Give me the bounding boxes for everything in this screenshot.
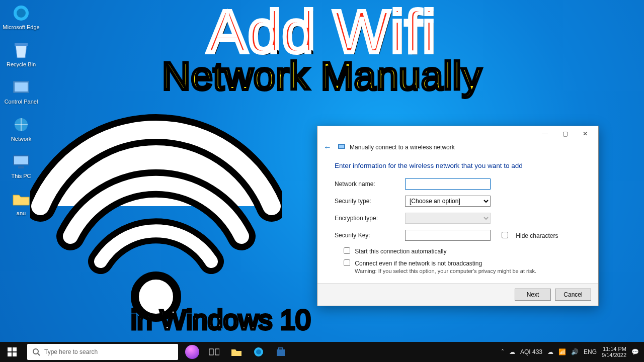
next-button[interactable]: Next <box>515 289 551 301</box>
network-name-input[interactable] <box>405 178 491 190</box>
taskbar: Type here to search ˄ ☁ AQI 433 ☁ 📶 🔊 EN… <box>0 342 644 362</box>
this-pc-icon <box>11 152 31 172</box>
onedrive-icon[interactable]: ☁ <box>547 348 553 355</box>
svg-rect-7 <box>14 156 28 164</box>
network-tray-icon[interactable]: 📶 <box>558 348 566 355</box>
clock-time: 11:14 PM <box>602 346 626 352</box>
tray-chevron-up-icon[interactable]: ˄ <box>501 348 504 355</box>
connect-not-broadcasting-label: Connect even if the network is not broad… <box>355 260 482 267</box>
cortana-icon <box>185 345 199 359</box>
svg-rect-13 <box>13 347 17 351</box>
network-name-label: Network name: <box>335 180 405 188</box>
start-automatically-checkbox[interactable] <box>344 247 350 254</box>
store-icon <box>276 347 286 357</box>
svg-rect-18 <box>209 349 213 355</box>
wireless-connect-dialog: — ▢ ✕ ← Manually connect to a wireless n… <box>317 126 599 306</box>
volume-tray-icon[interactable]: 🔊 <box>571 348 579 355</box>
clock[interactable]: 11:14 PM 9/14/2022 <box>602 346 626 358</box>
start-button[interactable] <box>0 342 24 362</box>
task-view-icon <box>209 348 219 356</box>
security-type-label: Security type: <box>335 198 405 205</box>
security-key-label: Security Key: <box>335 232 405 239</box>
weather-icon[interactable]: ☁ <box>509 348 515 355</box>
language-indicator[interactable]: ENG <box>584 348 597 355</box>
security-key-input[interactable] <box>405 230 491 241</box>
svg-rect-11 <box>339 145 344 148</box>
svg-rect-19 <box>215 349 219 355</box>
minimize-button[interactable]: — <box>535 128 555 140</box>
cortana-orb[interactable] <box>181 342 203 362</box>
dialog-heading: Enter information for the wireless netwo… <box>335 162 581 169</box>
store-taskbar[interactable] <box>270 342 292 362</box>
system-tray: ˄ ☁ AQI 433 ☁ 📶 🔊 ENG 11:14 PM 9/14/2022… <box>496 346 644 358</box>
task-view-button[interactable] <box>203 342 225 362</box>
dialog-window-title: Manually connect to a wireless network <box>350 144 455 151</box>
file-explorer-taskbar[interactable] <box>225 342 248 362</box>
connect-not-broadcasting-checkbox[interactable] <box>344 259 350 266</box>
close-button[interactable]: ✕ <box>575 128 595 140</box>
dialog-titlebar: — ▢ ✕ <box>317 126 598 141</box>
aqi-widget[interactable]: AQI 433 <box>520 348 542 355</box>
encryption-type-select <box>405 213 491 224</box>
security-type-select[interactable]: [Choose an option] <box>405 196 491 207</box>
svg-point-16 <box>33 349 38 354</box>
overlay-titles: Add Wifi Network Manually <box>0 2 644 95</box>
hide-characters-label: Hide characters <box>516 232 558 239</box>
overlay-title-line1: Add Wifi <box>0 2 644 61</box>
cancel-button[interactable]: Cancel <box>555 289 591 301</box>
overlay-title-line2: Network Manually <box>0 58 644 95</box>
wifi-graphic <box>30 111 282 324</box>
network-adapter-icon <box>338 142 346 152</box>
svg-rect-12 <box>8 347 12 351</box>
clock-date: 9/14/2022 <box>602 352 626 358</box>
svg-rect-8 <box>18 166 24 168</box>
back-icon[interactable]: ← <box>324 143 334 152</box>
folder-icon <box>231 347 242 356</box>
maximize-button[interactable]: ▢ <box>555 128 575 140</box>
start-automatically-label: Start this connection automatically <box>355 248 446 255</box>
desktop-icon-label: Control Panel <box>2 99 40 105</box>
hide-characters-checkbox[interactable] <box>502 232 508 238</box>
search-placeholder: Type here to search <box>44 348 98 355</box>
encryption-type-label: Encryption type: <box>335 215 405 222</box>
broadcast-warning-text: Warning: If you select this option, your… <box>355 268 581 274</box>
edge-taskbar[interactable] <box>248 342 270 362</box>
svg-rect-15 <box>13 352 17 356</box>
action-center-icon[interactable]: 💬 <box>631 348 639 355</box>
taskbar-search-box[interactable]: Type here to search <box>27 344 178 360</box>
svg-rect-23 <box>279 348 283 350</box>
edge-icon <box>254 347 264 357</box>
network-icon <box>11 115 31 135</box>
svg-point-21 <box>256 349 261 354</box>
svg-line-17 <box>38 353 40 355</box>
overlay-subtitle: in Windows 10 <box>131 304 311 336</box>
search-icon <box>32 348 40 356</box>
svg-rect-14 <box>8 352 12 356</box>
windows-logo-icon <box>8 347 17 356</box>
folder-icon <box>11 189 31 209</box>
